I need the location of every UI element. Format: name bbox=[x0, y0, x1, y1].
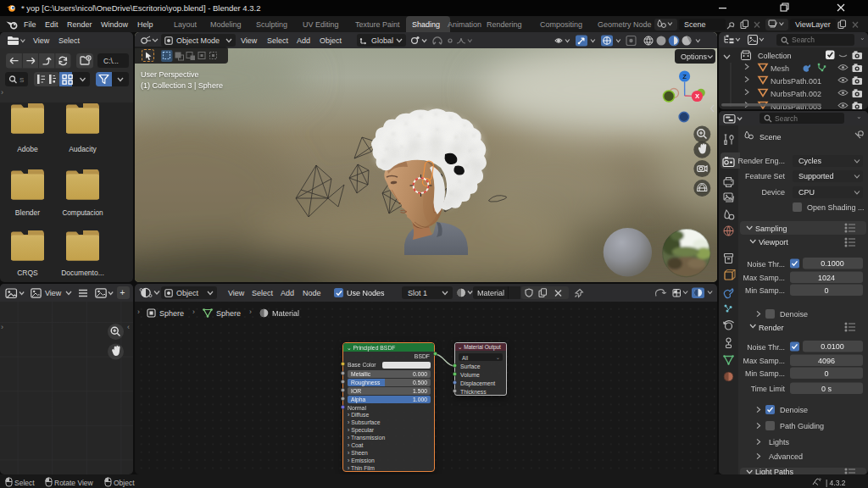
svg-text:S: S bbox=[19, 76, 24, 84]
svg-text:0.0100: 0.0100 bbox=[821, 342, 844, 351]
svg-text:X: X bbox=[695, 92, 699, 100]
svg-text:Object: Object bbox=[114, 479, 135, 487]
svg-text:Scene: Scene bbox=[760, 133, 782, 141]
svg-text:Documento...: Documento... bbox=[61, 269, 104, 277]
svg-text:Cycles: Cycles bbox=[798, 157, 822, 165]
svg-text:Adobe: Adobe bbox=[17, 145, 38, 153]
svg-text:Device: Device bbox=[761, 188, 785, 197]
svg-text:Sampling: Sampling bbox=[755, 225, 787, 233]
svg-text:| 4.3.2: | 4.3.2 bbox=[826, 479, 846, 487]
svg-text:Denoise: Denoise bbox=[780, 406, 808, 414]
svg-text:NurbsPath.002: NurbsPath.002 bbox=[771, 90, 821, 98]
svg-text:0: 0 bbox=[824, 286, 828, 295]
svg-text:Time Limit: Time Limit bbox=[751, 385, 786, 393]
svg-text:Blender: Blender bbox=[15, 208, 40, 217]
svg-text:Mesh: Mesh bbox=[771, 64, 789, 73]
svg-text:0: 0 bbox=[824, 369, 828, 378]
svg-text:Advanced: Advanced bbox=[769, 452, 803, 461]
svg-text:Render Eng...: Render Eng... bbox=[738, 157, 785, 165]
svg-text:Path Guiding: Path Guiding bbox=[780, 422, 824, 430]
svg-text:CRQS: CRQS bbox=[17, 269, 38, 277]
svg-text:0.1000: 0.1000 bbox=[821, 259, 844, 268]
svg-text:Min Samp...: Min Samp... bbox=[745, 286, 785, 295]
svg-text:Light Paths: Light Paths bbox=[755, 468, 794, 474]
svg-text:0 s: 0 s bbox=[821, 385, 832, 393]
svg-text:Z: Z bbox=[682, 73, 687, 80]
svg-text:Supported: Supported bbox=[798, 172, 834, 180]
svg-text:Collection: Collection bbox=[758, 52, 792, 60]
svg-text:1024: 1024 bbox=[818, 274, 835, 282]
svg-text:Audacity: Audacity bbox=[69, 145, 97, 153]
svg-text:Computacion: Computacion bbox=[62, 209, 103, 217]
svg-text:Max Samp...: Max Samp... bbox=[743, 357, 785, 365]
svg-text:Noise Thr...: Noise Thr... bbox=[747, 343, 785, 352]
svg-text:Open Shading ...: Open Shading ... bbox=[807, 203, 865, 212]
svg-text:Render: Render bbox=[759, 324, 784, 332]
svg-text:Noise Thr...: Noise Thr... bbox=[747, 260, 785, 269]
svg-text:Select: Select bbox=[14, 479, 35, 487]
svg-text:Rotate View: Rotate View bbox=[54, 479, 94, 487]
svg-text:Min Samp...: Min Samp... bbox=[745, 369, 785, 378]
svg-text:Feature Set: Feature Set bbox=[745, 172, 786, 180]
svg-text:4096: 4096 bbox=[818, 357, 835, 365]
svg-text:NurbsPath.001: NurbsPath.001 bbox=[771, 77, 821, 86]
svg-text:CPU: CPU bbox=[798, 188, 815, 197]
svg-text:Max Samp...: Max Samp... bbox=[743, 274, 785, 282]
svg-text:Denoise: Denoise bbox=[780, 310, 808, 319]
svg-text:Lights: Lights bbox=[769, 438, 790, 446]
svg-text:Viewport: Viewport bbox=[759, 238, 788, 247]
